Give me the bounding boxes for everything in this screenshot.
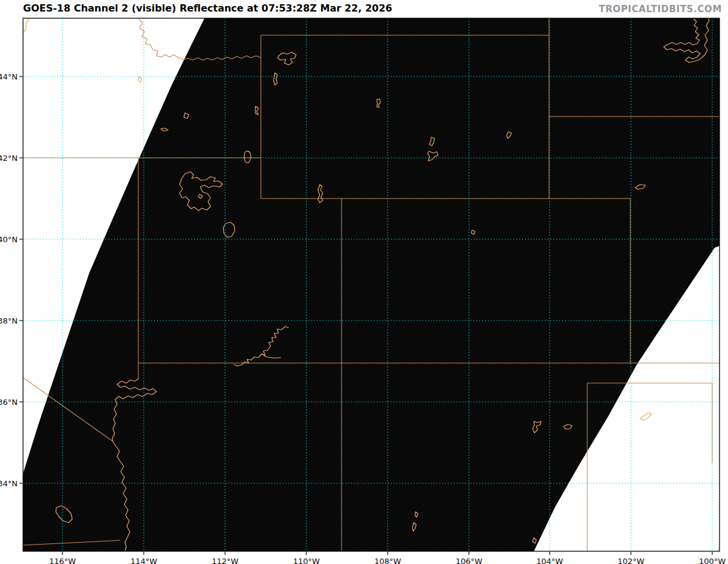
- lat-tick-label: 44°N: [0, 72, 18, 81]
- lat-tick-label: 40°N: [0, 235, 18, 244]
- lon-tick-label: 108°W: [374, 557, 401, 564]
- lat-tick-label: 34°N: [0, 479, 18, 488]
- satellite-map-plot: 44°N42°N40°N38°N36°N34°N116°W114°W112°W1…: [0, 0, 728, 564]
- lon-tick-label: 110°W: [293, 557, 320, 564]
- lon-tick-label: 104°W: [536, 557, 563, 564]
- lon-tick-label: 106°W: [456, 557, 482, 564]
- lat-tick-label: 36°N: [0, 398, 18, 407]
- lat-tick-label: 42°N: [0, 154, 18, 163]
- lon-tick-label: 102°W: [618, 557, 644, 564]
- lat-tick-label: 38°N: [0, 316, 18, 325]
- lon-tick-label: 112°W: [212, 557, 238, 564]
- lon-tick-label: 114°W: [130, 557, 157, 564]
- lon-tick-label: 100°W: [699, 557, 726, 564]
- screenshot-root: GOES-18 Channel 2 (visible) Reflectance …: [0, 0, 728, 564]
- lon-tick-label: 116°W: [49, 557, 76, 564]
